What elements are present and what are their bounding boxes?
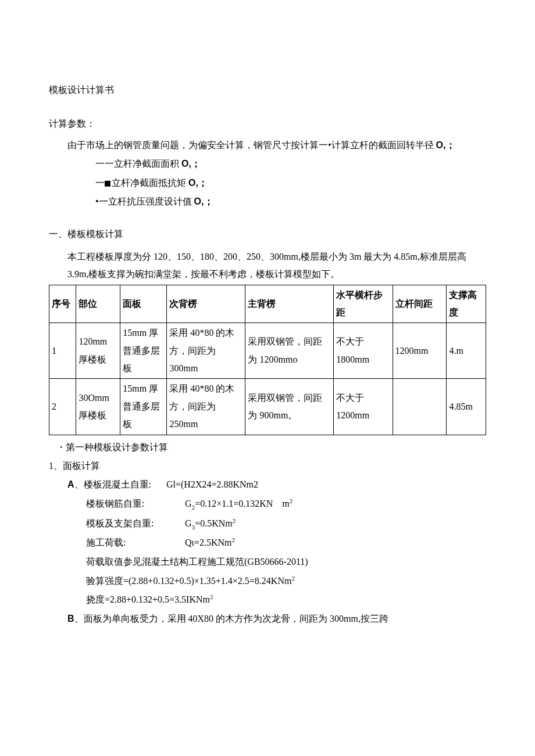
table-row: 2 30Omm 厚楼板 15mm 厚普通多层板 采用 40*80 的木方，间距为… xyxy=(49,379,486,435)
th-hstep: 水平横杆步距 xyxy=(334,285,393,323)
param-line-2: •一立杆抗压强度设计值 O,； xyxy=(49,193,486,210)
cell: 采用双钢管，间距为 900mm。 xyxy=(245,379,334,435)
param-line-1-prefix: 一 xyxy=(95,178,105,188)
deflection-text: 挠度=2.88+0.132+0.5=3.5IKNm xyxy=(86,595,210,605)
param-line-2-prefix: •一立杆抗压强度设计值 xyxy=(95,196,194,206)
params-heading: 计算参数： xyxy=(49,115,486,132)
params-intro: 由于市场上的钢管质量问题，为偏安全计算，钢管尺寸按计算一•计算立杆的截面回转半径… xyxy=(49,137,486,154)
calc-a-row: A、楼板混凝土自重: Gl=(H2X24=2.88KNm2 xyxy=(49,476,486,493)
cell: 4.m xyxy=(447,323,486,379)
note-after-table: ・第一种模板设计参数计算 xyxy=(49,439,486,456)
load-ref: 荷载取值参见混凝土结构工程施工规范(GB50666-2011) xyxy=(49,553,486,571)
sup-2: 2 xyxy=(210,593,213,600)
section1-intro: 本工程楼板厚度为分 120、150、180、200、250、300mm,楼层最小… xyxy=(49,248,486,284)
calc-a-value: Gl=(H2X24=2.88KNm2 xyxy=(166,476,486,493)
calc-row-2-value: Qι=2.5KNm2 xyxy=(185,534,486,552)
cell: 不大于 1200mm xyxy=(334,379,393,435)
calc-row-0: 楼板钢筋自重: G2=0.12×1.1=0.132KN m2 xyxy=(49,495,486,514)
cell: 120mm 厚楼板 xyxy=(76,323,120,379)
th-sub: 次背楞 xyxy=(167,285,245,323)
calc-a-label: A、楼板混凝土自重: xyxy=(67,476,166,493)
param-line-2-bold: O,； xyxy=(194,196,213,206)
section1-heading: 一、楼板模板计算 xyxy=(49,225,486,243)
cell: 2 xyxy=(49,379,76,435)
calc-a-text: 、楼板混凝土自重: xyxy=(74,479,151,489)
calc-row-1-label: 模板及支架自重: xyxy=(86,515,185,533)
th-main: 主背楞 xyxy=(245,285,334,323)
doc-title: 模板设计计算书 xyxy=(49,81,486,99)
cell xyxy=(393,379,447,435)
cell: 采用 40*80 的木方，间距为 250mm xyxy=(167,379,245,435)
cell: 采用 40*80 的木方，间距为 300mm xyxy=(167,323,245,379)
param-line-0-prefix: 一一立杆净截面面积 xyxy=(95,159,181,169)
calc-row-2-label: 施工荷载: xyxy=(86,534,185,552)
cell: 1 xyxy=(49,323,76,379)
table-header-row: 序号 部位 面板 次背楞 主背楞 水平横杆步距 立杆间距 支撑高度 xyxy=(49,285,486,323)
calc-b-row: B、面板为单向板受力，采用 40X80 的木方作为次龙骨，间距为 300mm,按… xyxy=(49,610,486,628)
cell: 30Omm 厚楼板 xyxy=(76,379,120,435)
calc-row-0-label: 楼板钢筋自重: xyxy=(86,495,185,514)
calc-panel-heading: 1、面板计算 xyxy=(49,457,486,475)
params-intro-bold: O,； xyxy=(436,140,455,150)
deflection-calc: 挠度=2.88+0.132+0.5=3.5IKNm2 xyxy=(49,591,486,609)
param-line-0-bold: O,； xyxy=(181,159,201,169)
calc-a-bold: A xyxy=(67,479,74,489)
calc-row-1: 模板及支架自重: G3=0.5KNm2 xyxy=(49,515,486,533)
cell: 15mm 厚普通多层板 xyxy=(120,323,167,379)
strength-calc: 验算强度=(2.88+0.132+0.5)×1.35+1.4×2.5=8.24K… xyxy=(49,572,486,590)
cell: 4.85m xyxy=(447,379,486,435)
param-line-0: 一一立杆净截面面积 O,； xyxy=(49,155,486,173)
cell: 不大于 1800mm xyxy=(334,323,393,379)
sup-2: 2 xyxy=(291,575,295,582)
calc-b-bold: B xyxy=(67,614,74,624)
cell: 采用双钢管，间距为 1200mmo xyxy=(245,323,334,379)
cell: 15mm 厚普通多层板 xyxy=(120,379,167,435)
table-row: 1 120mm 厚楼板 15mm 厚普通多层板 采用 40*80 的木方，间距为… xyxy=(49,323,486,379)
param-line-1-mid: 立杆净截面抵抗矩 xyxy=(112,178,188,188)
th-part: 部位 xyxy=(76,285,120,323)
square-icon xyxy=(105,181,110,187)
calc-row-2: 施工荷载: Qι=2.5KNm2 xyxy=(49,534,486,552)
calc-row-1-value: G3=0.5KNm2 xyxy=(185,515,486,533)
strength-text: 验算强度=(2.88+0.132+0.5)×1.35+1.4×2.5=8.24K… xyxy=(86,576,291,586)
calc-b-text: 、面板为单向板受力，采用 40X80 的木方作为次龙骨，间距为 300mm,按三… xyxy=(74,614,388,624)
model-table: 序号 部位 面板 次背楞 主背楞 水平横杆步距 立杆间距 支撑高度 1 120m… xyxy=(49,285,486,435)
th-height: 支撑高度 xyxy=(447,285,486,323)
th-post: 立杆间距 xyxy=(393,285,447,323)
th-panel: 面板 xyxy=(120,285,167,323)
th-seq: 序号 xyxy=(49,285,76,323)
param-line-1: 一立杆净截面抵抗矩 O,； xyxy=(49,174,486,192)
param-line-1-bold: O,； xyxy=(188,178,208,188)
params-intro-text: 由于市场上的钢管质量问题，为偏安全计算，钢管尺寸按计算一•计算立杆的截面回转半径 xyxy=(67,140,436,150)
calc-row-0-value: G2=0.12×1.1=0.132KN m2 xyxy=(185,495,486,514)
cell: 1200mm xyxy=(393,323,447,379)
